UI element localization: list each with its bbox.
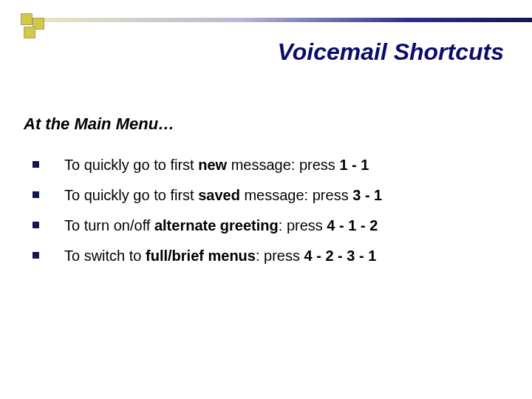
bullet-list: To quickly go to first new message: pres…	[33, 155, 502, 276]
square-bullet-icon	[33, 191, 39, 198]
slide-title: Voicemail Shortcuts	[278, 38, 504, 66]
slide: Voicemail Shortcuts At the Main Menu… To…	[0, 0, 532, 399]
list-item: To switch to full/brief menus: press 4 -…	[33, 246, 502, 266]
list-item: To quickly go to first saved message: pr…	[33, 185, 502, 205]
section-heading: At the Main Menu…	[24, 115, 174, 134]
list-item: To turn on/off alternate greeting: press…	[33, 216, 502, 236]
list-item: To quickly go to first new message: pres…	[33, 155, 502, 175]
list-item-text: To quickly go to first saved message: pr…	[64, 185, 382, 205]
list-item-text: To switch to full/brief menus: press 4 -…	[64, 246, 376, 266]
square-bullet-icon	[33, 161, 39, 168]
list-item-text: To quickly go to first new message: pres…	[64, 155, 369, 175]
square-bullet-icon	[33, 252, 39, 259]
list-item-text: To turn on/off alternate greeting: press…	[64, 216, 378, 236]
square-bullet-icon	[33, 222, 39, 228]
top-gradient-band	[44, 18, 532, 22]
